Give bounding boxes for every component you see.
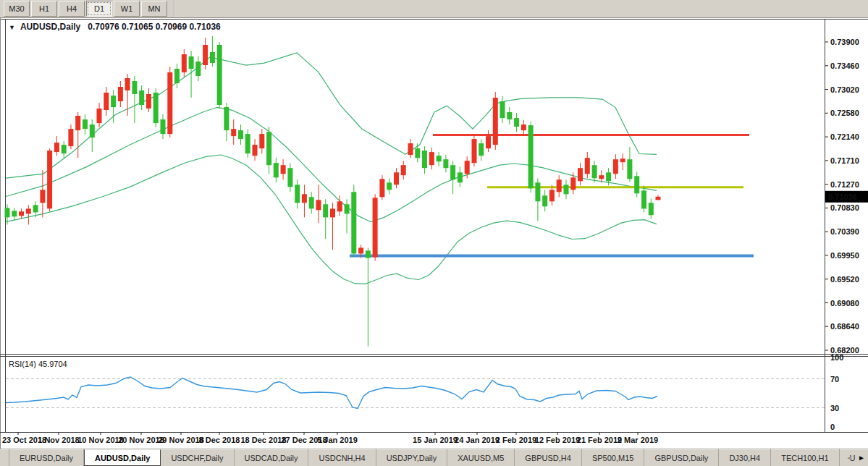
- candle-body: [26, 208, 31, 213]
- timeframe-toolbar: M30H1H4D1W1MN: [0, 0, 868, 18]
- candle-body: [542, 195, 547, 206]
- timeframe-button-h4[interactable]: H4: [59, 1, 85, 17]
- candle-body: [450, 165, 455, 179]
- rsi-axis-label: 70: [830, 375, 839, 384]
- candle-body: [266, 132, 271, 165]
- date-axis-label: 21 Feb 2019: [577, 436, 622, 444]
- timeframe-button-d1[interactable]: D1: [86, 1, 112, 17]
- candle-body: [217, 45, 222, 105]
- price-axis-label: 0.70830: [830, 203, 859, 212]
- price-axis-label: 0.73020: [830, 85, 859, 94]
- candle-body: [627, 159, 632, 179]
- candle-body: [83, 119, 88, 129]
- candle-body: [358, 247, 363, 253]
- candle-body: [564, 185, 569, 194]
- tab-usdchf-daily[interactable]: USDCHF,Daily: [161, 449, 234, 466]
- trading-terminal-window: M30H1H4D1W1MN ▼AUDUSD,Daily0.70976 0.710…: [0, 0, 868, 466]
- candle-body: [401, 165, 406, 175]
- candle-body: [19, 211, 24, 216]
- tab-xauusd-m5[interactable]: XAUUSD,M5: [447, 449, 515, 466]
- candle-body: [231, 129, 236, 136]
- candle-body: [224, 107, 229, 130]
- price-axis-label: 0.73900: [830, 38, 859, 46]
- candle-body: [641, 190, 646, 208]
- tab-gbpusd-daily[interactable]: GBPUSD,Daily: [644, 449, 719, 466]
- candle-body: [408, 143, 413, 155]
- candle-body: [153, 93, 159, 123]
- tab-usdcnh-h4[interactable]: USDCNH,H4: [308, 449, 376, 466]
- tab-tech100-h1[interactable]: TECH100,H1: [771, 449, 839, 466]
- tab-gbpusd-h4[interactable]: GBPUSD,H4: [515, 449, 582, 466]
- candle: [47, 148, 52, 211]
- candle-body: [415, 148, 420, 158]
- candle-body: [104, 93, 109, 110]
- candle-body: [125, 78, 130, 90]
- candle-body: [62, 145, 67, 153]
- candle-body: [500, 101, 505, 118]
- candle-body: [443, 159, 448, 168]
- timeframe-button-m30[interactable]: M30: [4, 1, 30, 17]
- price-axis-label: 0.70390: [830, 227, 859, 236]
- candle-body: [394, 172, 399, 185]
- candle-body: [535, 182, 540, 201]
- tab-dj30-h4[interactable]: DJ30,H4: [719, 449, 771, 466]
- symbol-dropdown-icon[interactable]: ▼: [9, 24, 15, 31]
- price-axis-label: 0.71270: [830, 180, 859, 189]
- tab-usdcad-daily[interactable]: USDCAD,Daily: [235, 449, 309, 466]
- tab-sp500-m15[interactable]: SP500,M15: [582, 449, 644, 466]
- timeframe-button-mn[interactable]: MN: [141, 1, 167, 17]
- candle-body: [68, 129, 73, 146]
- candle: [493, 92, 498, 150]
- date-axis-label: 2 Mar 2019: [618, 436, 658, 444]
- candle-body: [373, 198, 378, 257]
- candle-body: [493, 98, 498, 145]
- price-axis-label: 0.72580: [830, 109, 859, 117]
- candle-body: [12, 211, 17, 216]
- price-axis-label: 0.69080: [830, 299, 859, 308]
- candlestick-chart-canvas[interactable]: 0.739000.734600.730200.725800.721400.717…: [0, 18, 868, 449]
- toolbar-separator: [174, 1, 175, 17]
- candle-body: [330, 208, 335, 217]
- candle-body: [309, 197, 314, 208]
- candle-body: [585, 158, 590, 174]
- candle-body: [570, 177, 576, 190]
- current-price-value: 0.71036: [828, 192, 857, 201]
- tab-eurusd-daily[interactable]: EURUSD,Daily: [9, 449, 84, 466]
- timeframe-button-h1[interactable]: H1: [31, 1, 57, 17]
- candle-body: [649, 203, 654, 215]
- candle-body: [578, 168, 583, 181]
- candle: [351, 185, 356, 257]
- candle-body: [316, 200, 321, 210]
- date-axis-label: 2 Feb 2019: [496, 436, 536, 444]
- candle-body: [521, 124, 526, 130]
- candle: [153, 88, 159, 127]
- scroll-left-icon[interactable]: ◄: [846, 454, 853, 462]
- date-axis-label: 15 Jan 2019: [413, 436, 458, 444]
- scroll-right-icon[interactable]: ►: [858, 454, 865, 462]
- chart-ohlc-values: 0.70976 0.71065 0.70969 0.71036: [88, 22, 221, 32]
- candle-body: [656, 197, 661, 200]
- candle-body: [33, 205, 38, 212]
- timeframe-button-w1[interactable]: W1: [114, 1, 140, 17]
- candle-body: [90, 124, 95, 137]
- candle-body: [429, 152, 434, 165]
- candle-body: [139, 90, 144, 105]
- tab-usdjpy-daily[interactable]: USDJPY,Daily: [376, 449, 448, 466]
- candle-body: [458, 172, 463, 182]
- candle-body: [111, 96, 116, 107]
- rsi-axis-label: 30: [830, 404, 839, 412]
- candle-body: [507, 112, 512, 119]
- chart-header: ▼AUDUSD,Daily0.70976 0.71065 0.70969 0.7…: [9, 22, 221, 32]
- chart-area[interactable]: ▼AUDUSD,Daily0.70976 0.71065 0.70969 0.7…: [0, 18, 868, 449]
- candle-body: [514, 118, 519, 127]
- tab-audusd-daily[interactable]: AUDUSD,Daily: [84, 449, 161, 466]
- candle-body: [245, 134, 250, 153]
- candle-body: [40, 190, 45, 203]
- date-axis-label: 12 Feb 2019: [535, 436, 580, 444]
- price-axis-label: 0.73460: [830, 62, 859, 70]
- candle: [528, 122, 534, 192]
- price-axis-label: 0.72140: [830, 132, 859, 141]
- candle-body: [287, 168, 292, 187]
- candle: [217, 42, 222, 109]
- candle-body: [486, 136, 491, 148]
